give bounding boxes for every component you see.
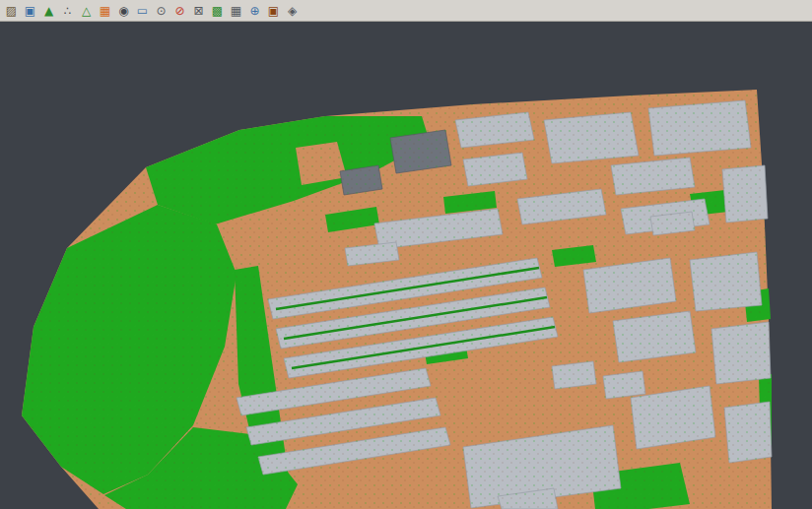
camera-view-icon-glyph: ◉ — [118, 5, 128, 17]
grid-icon[interactable]: ▦ — [228, 2, 244, 19]
scene-speckle — [22, 90, 772, 509]
mesh-icon[interactable]: △ — [78, 2, 95, 19]
mesh-icon-glyph: △ — [82, 5, 91, 17]
open-icon[interactable]: ▨ — [3, 2, 20, 19]
capture-icon-glyph: ▣ — [268, 5, 279, 17]
scene-svg[interactable] — [0, 22, 812, 509]
point-cloud-icon-glyph: ∴ — [64, 5, 72, 17]
info-icon[interactable]: ◈ — [284, 2, 301, 19]
viewport-3d[interactable] — [0, 22, 812, 509]
open-icon-glyph: ▨ — [6, 5, 17, 17]
info-icon-glyph: ◈ — [288, 5, 297, 17]
classification-icon-glyph: ▩ — [212, 5, 223, 17]
orthophoto-icon-glyph: ▭ — [137, 5, 148, 17]
save-icon-glyph: ▣ — [25, 5, 35, 17]
orthophoto-icon[interactable]: ▭ — [134, 2, 151, 19]
crop-icon[interactable]: ⊠ — [190, 2, 207, 19]
texture-icon[interactable]: ▦ — [97, 2, 113, 19]
toolbar: ▨▣▲∴△▦◉▭⊙⊘⊠▩▦⊕▣◈ — [0, 0, 812, 22]
point-cloud-icon[interactable]: ∴ — [59, 2, 76, 19]
render-settings-icon[interactable]: ⊙ — [153, 2, 169, 19]
capture-icon[interactable]: ▣ — [265, 2, 282, 19]
application-window: ▨▣▲∴△▦◉▭⊙⊘⊠▩▦⊕▣◈ — [0, 0, 812, 509]
save-icon[interactable]: ▣ — [22, 2, 38, 19]
measure-icon-glyph: ⊘ — [174, 5, 184, 17]
camera-view-icon[interactable]: ◉ — [115, 2, 132, 19]
classification-icon[interactable]: ▩ — [209, 2, 226, 19]
render-settings-icon-glyph: ⊙ — [156, 5, 166, 17]
geolocation-icon-glyph: ⊕ — [249, 5, 259, 17]
dem-icon[interactable]: ▲ — [40, 2, 57, 19]
measure-icon[interactable]: ⊘ — [171, 2, 188, 19]
crop-icon-glyph: ⊠ — [193, 5, 203, 17]
grid-icon-glyph: ▦ — [231, 5, 241, 17]
geolocation-icon[interactable]: ⊕ — [246, 2, 263, 19]
dem-icon-glyph: ▲ — [44, 5, 53, 17]
texture-icon-glyph: ▦ — [100, 5, 110, 17]
